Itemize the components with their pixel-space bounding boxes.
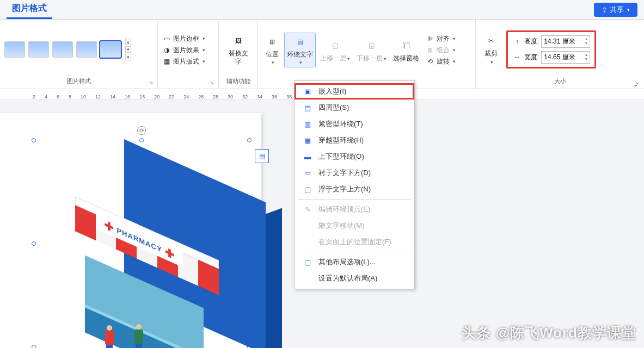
bring-forward-icon: ◱ [328,38,343,53]
wrap-inline-item[interactable]: ▣嵌入型(I) [295,83,414,100]
group-arrange: ⊞位置▾ ▤环绕文字▾ ◱上移一层▾ ◲下移一层▾ ⿸选择窗格 ⊫对齐▾ ⊞组合… [258,20,476,89]
tab-picture-format[interactable]: 图片格式 [7,0,52,19]
wrap-through-item[interactable]: ▦穿越型环绕(H) [295,132,414,148]
width-row: ↔ 宽度: 14.65 厘米▴▾ [512,51,590,64]
style-thumb-5[interactable] [100,41,121,58]
align-icon: ⊫ [426,34,434,43]
send-backward-icon: ◲ [364,38,379,53]
watermark: 头条 @陈飞Word教学课堂 [462,324,636,343]
wrap-topbottom-item[interactable]: ▬上下型环绕(O) [295,148,414,165]
wrap-text-button[interactable]: ▤环绕文字▾ [284,33,316,68]
style-thumb-4[interactable] [76,41,97,58]
bring-forward-button[interactable]: ◱上移一层▾ [318,37,352,63]
resize-handle-tm[interactable] [139,138,144,142]
crop-button[interactable]: ✂裁剪▾ [481,32,501,66]
share-icon: ⇪ [602,6,608,14]
tight-icon: ▥ [302,120,313,128]
effects-icon: ◑ [162,46,171,54]
behind-icon: ▭ [302,169,313,177]
tab-bar: 图片格式 ⇪ 共享 ▾ [0,0,644,20]
style-thumb-2[interactable] [28,41,49,58]
fix-position-item: 在页面上的位置固定(F) [295,234,414,250]
style-gallery-scroll[interactable]: ▴ ▾ ▾ [125,39,131,60]
group-label-size: 大小↘ [481,76,639,88]
picture-border-button[interactable]: ▭图片边框▾ [162,34,205,44]
wrap-front-item[interactable]: ▢浮于文字上方(N) [295,181,414,197]
expand-gallery-icon[interactable]: ▾ [125,54,131,60]
group-picture-styles: ▴ ▾ ▾ 图片样式 ↘ [0,20,158,89]
ribbon: ▴ ▾ ▾ 图片样式 ↘ ▭图片边框▾ ◑图片效果▾ ▦图片版式▾ ↘ 🖼 替换… [0,20,644,89]
rotate-icon: ⟲ [426,57,434,66]
inline-icon: ▣ [302,87,313,96]
separator [298,252,411,252]
width-label: 宽度: [524,53,539,62]
collapse-ribbon-button[interactable]: ⌄ [633,80,639,88]
position-icon: ⊞ [265,34,280,49]
group-icon: ⊞ [426,46,434,54]
position-button[interactable]: ⊞位置▾ [262,33,282,67]
dialog-launcher-icon[interactable]: ↘ [149,79,153,85]
chevron-down-icon: ▾ [627,7,630,13]
chevron-down-icon[interactable]: ▾ [125,46,131,53]
wrap-behind-item[interactable]: ▭衬于文字下方(D) [295,165,414,181]
wrap-icon: ▤ [292,34,308,49]
layout-icon: ▦ [162,57,171,66]
resize-handle-tl[interactable] [32,138,36,142]
front-icon: ▢ [302,185,313,194]
height-input[interactable]: 14.31 厘米▴▾ [541,35,590,48]
dialog-launcher-icon[interactable]: ↘ [210,79,214,85]
style-thumb-3[interactable] [52,41,73,58]
group-size: ✂裁剪▾ ↕ 高度: 14.31 厘米▴▾ ↔ 宽度: 14.65 厘米▴▾ 大… [476,20,644,89]
layout-options-tag[interactable]: ▤ [255,149,269,163]
wrap-square-item[interactable]: ▤四周型(S) [295,100,414,116]
move-with-text-item: 随文字移动(M) [295,217,414,234]
group-picture-adjust: ▭图片边框▾ ◑图片效果▾ ▦图片版式▾ ↘ [158,20,219,89]
style-gallery[interactable] [4,41,121,58]
more-layout-icon: ▢ [302,258,313,266]
crop-icon: ✂ [483,33,499,48]
rotation-handle[interactable]: ⟳ [137,126,146,135]
through-icon: ▦ [302,136,313,145]
resize-handle-ml[interactable] [32,241,36,246]
pharmacy-illustration: PHARMACY [70,171,281,348]
width-input[interactable]: 14.65 厘米▴▾ [541,51,590,64]
height-label: 高度: [524,37,539,46]
edit-points-icon: ✎ [302,205,313,214]
share-label: 共享 [610,5,624,15]
rotate-button[interactable]: ⟲旋转▾ [426,57,456,66]
alt-text-button[interactable]: 🖼 替换文字 [223,32,253,66]
height-icon: ↕ [512,36,522,46]
square-icon: ▤ [302,103,313,112]
selection-pane-button[interactable]: ⿸选择窗格 [391,37,421,63]
size-highlight: ↕ 高度: 14.31 厘米▴▾ ↔ 宽度: 14.65 厘米▴▾ [506,30,596,69]
wrap-tight-item[interactable]: ▥紧密型环绕(T) [295,116,414,132]
edit-wrap-points-item: ✎编辑环绕顶点(E) [295,201,414,217]
share-button[interactable]: ⇪ 共享 ▾ [594,3,637,17]
wrap-text-dropdown: ▣嵌入型(I) ▤四周型(S) ▥紧密型环绕(T) ▦穿越型环绕(H) ▬上下型… [294,80,415,289]
cross-icon [105,220,113,233]
send-backward-button[interactable]: ◲下移一层▾ [354,37,389,63]
group-alt-text: 🖼 替换文字 辅助功能 [219,20,258,89]
picture-layout-button[interactable]: ▦图片版式▾ [162,57,205,66]
height-row: ↕ 高度: 14.31 厘米▴▾ [512,35,590,48]
width-icon: ↔ [512,52,522,62]
set-default-layout-item[interactable]: 设置为默认布局(A) [295,270,414,287]
chevron-up-icon[interactable]: ▴ [125,39,131,45]
group-objects-button[interactable]: ⊞组合▾ [426,46,456,55]
cross-icon [165,247,174,259]
resize-handle-tr[interactable] [247,138,252,142]
align-button[interactable]: ⊫对齐▾ [426,34,456,44]
topbottom-icon: ▬ [302,152,313,161]
border-icon: ▭ [162,34,171,43]
group-label-aux: 辅助功能 [223,76,253,88]
selection-pane-icon: ⿸ [398,38,414,53]
style-thumb-1[interactable] [4,41,25,58]
picture-effects-button[interactable]: ◑图片效果▾ [162,46,205,55]
resize-handle-bl[interactable] [32,345,36,348]
more-layout-item[interactable]: ▢其他布局选项(L)... [295,254,414,270]
page[interactable]: ⟳ ▤ PHARMACY [0,113,261,348]
alt-text-icon: 🖼 [231,33,246,48]
selected-image[interactable]: ⟳ ▤ PHARMACY [34,140,249,347]
group-label-styles: 图片样式 ↘ [4,76,153,88]
separator [298,199,411,200]
